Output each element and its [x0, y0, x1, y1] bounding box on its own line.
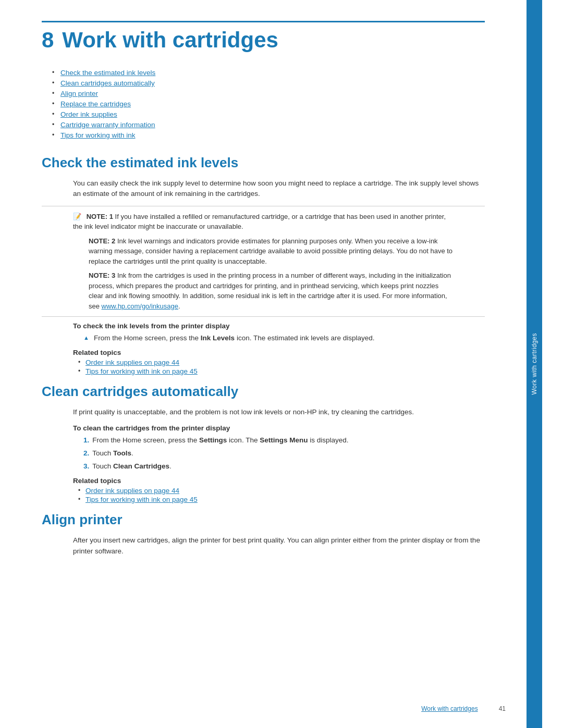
- divider-1: [42, 206, 485, 206]
- related-link-tips-1[interactable]: Tips for working with ink on page 45: [85, 367, 198, 375]
- toc-list: Check the estimated ink levels Clean car…: [42, 68, 485, 139]
- related-links-1: Order ink supplies on page 44 Tips for w…: [78, 359, 485, 375]
- note-3-text: Ink from the cartridges is used in the p…: [89, 272, 451, 310]
- related-link-1-1: Order ink supplies on page 44: [78, 359, 485, 366]
- toc-item-6: Cartridge warranty information: [52, 120, 485, 129]
- section-clean: Clean cartridges automatically If print …: [42, 384, 485, 503]
- note-3-label: NOTE: 3: [89, 272, 115, 279]
- check-ink-subheading: To check the ink levels from the printer…: [73, 322, 485, 330]
- related-link-2-2: Tips for working with ink on page 45: [78, 496, 485, 503]
- toc-link-5[interactable]: Order ink supplies: [60, 110, 117, 118]
- toc-item-7: Tips for working with ink: [52, 131, 485, 139]
- toc-item-2: Clean cartridges automatically: [52, 79, 485, 87]
- footer-link-text[interactable]: Work with cartridges: [421, 705, 478, 712]
- related-links-2: Order ink supplies on page 44 Tips for w…: [78, 487, 485, 503]
- toc-item-4: Replace the cartridges: [52, 100, 485, 108]
- section-heading-check: Check the estimated ink levels: [42, 155, 485, 171]
- section-heading-clean: Clean cartridges automatically: [42, 384, 485, 400]
- note-1-block: 📝 NOTE: 1 If you have installed a refill…: [73, 212, 454, 232]
- clean-body: If print quality is unacceptable, and th…: [73, 407, 485, 417]
- sidebar-label: Work with cartridges: [531, 333, 538, 394]
- align-body: After you insert new cartridges, align t…: [73, 535, 485, 557]
- clean-step-3: 3.Touch Clean Cartridges.: [83, 461, 485, 472]
- toc-item-1: Check the estimated ink levels: [52, 68, 485, 77]
- check-ink-instruction: From the Home screen, press the Ink Leve…: [83, 333, 485, 343]
- toc-item-3: Align printer: [52, 89, 485, 97]
- related-link-2-1: Order ink supplies on page 44: [78, 487, 485, 495]
- footer: Work with cartridges 41: [0, 705, 547, 712]
- note-1-text: If you have installed a refilled or rema…: [73, 213, 446, 231]
- related-topics-heading-1: Related topics: [73, 349, 485, 356]
- inkusage-link[interactable]: www.hp.com/go/inkusage: [102, 302, 178, 310]
- section-check-ink: Check the estimated ink levels You can e…: [42, 155, 485, 375]
- main-content: 8 Work with cartridges Check the estimat…: [0, 0, 527, 728]
- clean-step-1: 1.From the Home screen, press the Settin…: [83, 435, 485, 446]
- related-link-order-2[interactable]: Order ink supplies on page 44: [85, 487, 179, 495]
- note-2-block: NOTE: 2 Ink level warnings and indicator…: [89, 236, 454, 267]
- related-link-order-1[interactable]: Order ink supplies on page 44: [85, 359, 179, 366]
- sidebar: Work with cartridges: [527, 0, 542, 728]
- related-link-1-2: Tips for working with ink on page 45: [78, 367, 485, 375]
- chapter-number: 8: [42, 28, 54, 52]
- footer-page-number: 41: [499, 705, 506, 712]
- clean-subheading: To clean the cartridges from the printer…: [73, 424, 485, 432]
- related-topics-heading-2: Related topics: [73, 477, 485, 485]
- toc-link-4[interactable]: Replace the cartridges: [60, 100, 131, 108]
- related-link-tips-2[interactable]: Tips for working with ink on page 45: [85, 496, 198, 503]
- toc-link-7[interactable]: Tips for working with ink: [60, 131, 136, 139]
- toc-link-6[interactable]: Cartridge warranty information: [60, 121, 155, 129]
- page-container: 8 Work with cartridges Check the estimat…: [0, 0, 563, 728]
- note-1-label: NOTE: 1: [87, 213, 113, 220]
- note-3-block: NOTE: 3 Ink from the cartridges is used …: [89, 270, 454, 311]
- clean-step-2: 2.Touch Tools.: [83, 448, 485, 459]
- chapter-heading: 8 Work with cartridges: [42, 21, 485, 53]
- note-2-text: Ink level warnings and indicators provid…: [89, 237, 452, 265]
- toc-link-1[interactable]: Check the estimated ink levels: [60, 69, 155, 77]
- chapter-title: Work with cartridges: [62, 28, 278, 52]
- divider-2: [42, 316, 485, 317]
- note-icon-1: 📝: [73, 212, 81, 222]
- toc-link-2[interactable]: Clean cartridges automatically: [60, 79, 155, 87]
- clean-steps: 1.From the Home screen, press the Settin…: [83, 435, 485, 472]
- note-2-label: NOTE: 2: [89, 237, 115, 245]
- section-align: Align printer After you insert new cartr…: [42, 512, 485, 557]
- toc-item-5: Order ink supplies: [52, 110, 485, 118]
- toc-link-3[interactable]: Align printer: [60, 90, 98, 97]
- section-heading-align: Align printer: [42, 512, 485, 528]
- check-ink-body: You can easily check the ink supply leve…: [73, 178, 485, 200]
